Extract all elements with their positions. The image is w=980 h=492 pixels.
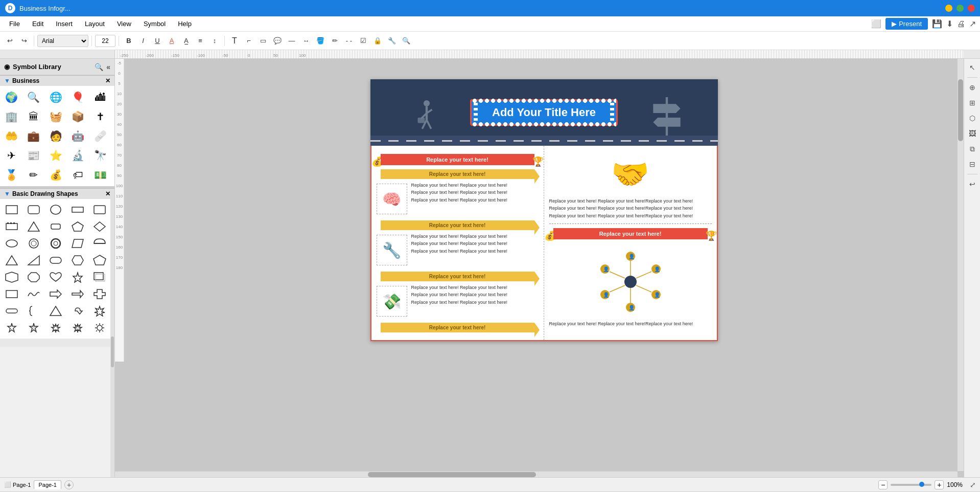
dimension-button[interactable]: ↔ (299, 34, 313, 48)
shape-pentagon2[interactable] (91, 253, 108, 268)
shape-arrow-wide[interactable] (69, 286, 86, 302)
shape-hexagon2[interactable] (3, 270, 20, 285)
collapse-panel-icon[interactable]: « (106, 63, 110, 71)
rect-button[interactable]: ▭ (256, 34, 270, 48)
canvas-vscroll-thumb[interactable] (958, 79, 963, 141)
shape-rect-shadow[interactable] (91, 270, 108, 285)
arrow-banner-4[interactable]: Replace your text here! (381, 323, 534, 332)
slide-title[interactable]: Add Your Title Here (492, 106, 596, 119)
shapes-section-header[interactable]: ▼ Basic Drawing Shapes ✕ (0, 188, 114, 199)
symbol-person1[interactable]: 🧑 (46, 127, 65, 145)
symbol-cross[interactable]: ✝ (91, 107, 109, 126)
symbol-balloon[interactable]: 🎈 (69, 88, 87, 106)
shape-stadium[interactable] (47, 253, 64, 268)
redo-button[interactable]: ↪ (17, 34, 31, 48)
bold-button[interactable]: B (122, 34, 135, 48)
shape-wave[interactable] (25, 286, 42, 302)
shape-circle[interactable] (47, 202, 64, 217)
image-button[interactable]: 🖼 (966, 127, 979, 140)
symbol-globe2[interactable]: 🌐 (46, 88, 65, 106)
symbol-binoculars[interactable]: 🔭 (91, 146, 109, 165)
add-page-button[interactable]: + (64, 480, 74, 489)
symbol-basket[interactable]: 🧺 (46, 107, 65, 126)
fill-button[interactable]: 🪣 (314, 34, 327, 48)
print-icon[interactable]: 🖨 (957, 19, 965, 29)
symbol-box[interactable]: 📦 (69, 107, 87, 126)
symbol-magnify[interactable]: 🔍 (25, 88, 43, 106)
undo-tool-button[interactable]: ↩ (966, 177, 979, 191)
panel-scrollbar-thumb[interactable] (111, 337, 114, 367)
symbol-coins[interactable]: 💰 (46, 166, 65, 184)
business-section-header[interactable]: ▼ Business ✕ (0, 75, 114, 86)
shape-triangle2[interactable] (3, 253, 20, 268)
text-outline-button[interactable]: A̲ (179, 34, 193, 48)
text-box-button[interactable]: T (228, 34, 241, 48)
menu-insert[interactable]: Insert (51, 18, 78, 30)
group-button[interactable]: ⧉ (966, 142, 979, 155)
symbol-microscope[interactable]: 🔬 (69, 146, 87, 165)
panel-scroll[interactable]: ▼ Business ✕ 🌍 🔍 🌐 🎈 🏙 🏢 🏛 🧺 📦 ✝ 🤲 💼 🧑 (0, 75, 114, 477)
arrow-banner-2[interactable]: Replace your text here! (381, 220, 534, 230)
business-section-close[interactable]: ✕ (105, 77, 110, 84)
shape-right-triangle[interactable] (25, 253, 42, 268)
wrench-button[interactable]: 🔧 (385, 34, 399, 48)
shape-star7[interactable] (47, 320, 64, 336)
shape-arrow-curved[interactable] (69, 303, 86, 319)
shape-heart[interactable] (47, 270, 64, 285)
shape-hexagon[interactable] (69, 253, 86, 268)
fullscreen-button[interactable]: ⤢ (970, 481, 976, 489)
canvas-hscroll-thumb[interactable] (368, 472, 536, 477)
symbol-briefcase[interactable]: 💼 (25, 127, 43, 145)
symbol-building3[interactable]: 🏛 (25, 107, 43, 126)
pen-button[interactable]: ✏ (328, 34, 341, 48)
minimize-button[interactable] (945, 5, 952, 12)
shape-triangle-up[interactable] (47, 303, 64, 319)
arrow-banner-1[interactable]: Replace your text here! (381, 169, 534, 179)
symbol-star[interactable]: ⭐ (46, 146, 65, 165)
page-1-tab[interactable]: Page-1 (34, 480, 61, 489)
full-screen-icon[interactable]: ⬜ (871, 19, 881, 29)
canvas-vscrollbar[interactable] (958, 59, 964, 471)
callout-button[interactable]: 💬 (271, 34, 284, 48)
undo-button[interactable]: ↩ (3, 34, 16, 48)
shape-starburst[interactable] (91, 303, 108, 319)
search-button[interactable]: 🔍 (400, 34, 413, 48)
close-button[interactable] (968, 5, 975, 12)
shape-filmstrip[interactable] (3, 219, 20, 234)
title-box-wrapper[interactable]: Add Your Title Here (470, 99, 618, 126)
maximize-button[interactable] (956, 5, 964, 12)
shape-diamond[interactable] (91, 219, 108, 234)
zoom-plus-button[interactable]: + (935, 480, 944, 489)
align-center-button[interactable]: ≡ (194, 34, 207, 48)
shape-triangle[interactable] (25, 219, 42, 234)
zoom-minus-button[interactable]: − (878, 480, 888, 489)
download-icon[interactable]: ⬇ (946, 19, 953, 29)
left-header-banner[interactable]: Replace your text here! (381, 154, 534, 165)
canvas-area[interactable]: -5 0 5 10 20 30 40 50 60 70 80 90 100 11… (115, 59, 964, 477)
lock-button[interactable]: 🔒 (371, 34, 384, 48)
shape-arrow-right[interactable] (47, 286, 64, 302)
shape-rect-small-round[interactable] (47, 219, 64, 234)
shape-oval-outline[interactable] (3, 236, 20, 251)
shape-pill[interactable] (3, 303, 20, 319)
title-text-box[interactable]: Add Your Title Here (470, 99, 618, 126)
connector-button[interactable]: ⌐ (242, 34, 255, 48)
symbol-pencil[interactable]: ✏ (25, 166, 43, 184)
pointer-tool-button[interactable]: ⊕ (966, 81, 979, 94)
shape-circle-double[interactable] (25, 236, 42, 251)
zoom-slider[interactable] (891, 484, 931, 486)
shape-star4[interactable] (69, 270, 86, 285)
shape-parallelogram[interactable] (69, 236, 86, 251)
symbol-cash[interactable]: 💵 (91, 166, 109, 184)
shape-sun[interactable] (91, 320, 108, 336)
menu-edit[interactable]: Edit (27, 18, 49, 30)
menu-symbol[interactable]: Symbol (138, 18, 171, 30)
menu-view[interactable]: View (112, 18, 136, 30)
shape-rect-outline[interactable] (3, 202, 20, 217)
checkbox-button[interactable]: ☑ (357, 34, 370, 48)
line-button[interactable]: — (285, 34, 298, 48)
symbol-building2[interactable]: 🏢 (2, 107, 20, 126)
line-spacing-button[interactable]: ↕ (208, 34, 221, 48)
layers-button[interactable]: ⬡ (966, 111, 979, 125)
shape-rect-wide[interactable] (69, 202, 86, 217)
